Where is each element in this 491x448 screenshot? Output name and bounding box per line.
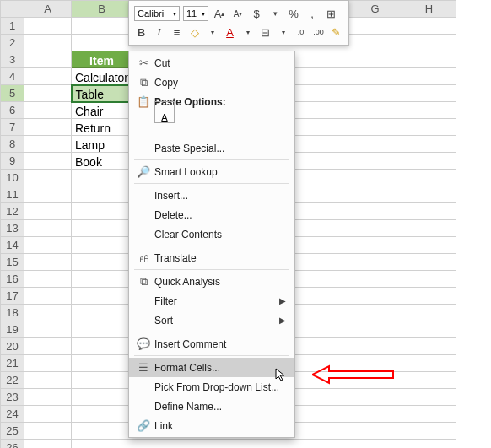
italic-button[interactable]: I	[152, 24, 166, 40]
font-color-button[interactable]: A	[223, 24, 237, 40]
svg-marker-0	[312, 366, 393, 383]
scissors-icon: ✂	[132, 57, 154, 69]
analysis-icon: ⧉	[132, 275, 154, 289]
row-header[interactable]: 3	[1, 51, 24, 68]
row-header[interactable]: 20	[1, 338, 24, 355]
row-header[interactable]: 9	[1, 153, 24, 170]
menu-define-name[interactable]: Define Name...	[129, 397, 294, 416]
fill-color-button[interactable]: ◇	[187, 24, 202, 40]
row-header[interactable]: 15	[1, 254, 24, 271]
currency-button[interactable]: $	[249, 6, 264, 21]
borders-button[interactable]: ⊞	[323, 6, 338, 21]
merge-button[interactable]: ⊟	[258, 24, 272, 40]
decrease-font-button[interactable]: A▾	[230, 6, 246, 21]
cursor-icon	[275, 368, 289, 385]
dropdown-icon[interactable]: ▾	[267, 6, 283, 21]
row-header[interactable]: 8	[1, 136, 24, 153]
separator	[134, 183, 289, 184]
row-header[interactable]: 23	[1, 389, 24, 406]
separator	[134, 332, 289, 332]
row-header[interactable]: 1	[1, 18, 24, 35]
row-header[interactable]: 22	[1, 372, 24, 389]
menu-quick-analysis[interactable]: ⧉Quick Analysis	[129, 272, 294, 291]
row-header[interactable]: 11	[1, 186, 24, 203]
menu-cut[interactable]: ✂Cut	[129, 53, 294, 73]
menu-link[interactable]: 🔗Link	[129, 416, 294, 435]
menu-translate[interactable]: 🗚Translate	[129, 248, 294, 267]
menu-clear-contents[interactable]: Clear Contents	[129, 224, 294, 244]
row-header[interactable]: 12	[1, 203, 24, 220]
col-header-B[interactable]: B	[72, 1, 132, 18]
menu-filter[interactable]: Filter▶	[129, 291, 294, 310]
format-icon: ☰	[132, 361, 154, 374]
search-icon: 🔎	[132, 165, 154, 178]
row-header[interactable]: 14	[1, 237, 24, 254]
col-header-G[interactable]: G	[348, 1, 402, 18]
clipboard-icon: 📋	[132, 95, 154, 108]
row-header[interactable]: 24	[1, 406, 24, 423]
paste-option-button[interactable]: A	[154, 101, 175, 123]
align-button[interactable]: ≡	[170, 24, 184, 40]
cell[interactable]: Return	[72, 119, 132, 136]
row-header[interactable]: 25	[1, 423, 24, 440]
menu-delete[interactable]: Delete...	[129, 205, 294, 224]
row-header[interactable]: 18	[1, 305, 24, 321]
row-header[interactable]: 21	[1, 355, 24, 372]
chevron-down-icon: ▾	[202, 10, 205, 18]
annotation-arrow-icon	[312, 364, 397, 385]
row-header[interactable]: 5	[1, 85, 24, 102]
submenu-arrow-icon: ▶	[279, 296, 286, 305]
row-header[interactable]: 4	[1, 68, 24, 85]
link-icon: 🔗	[132, 419, 154, 432]
row-header[interactable]: 6	[1, 102, 24, 119]
font-size-dropdown[interactable]: 11▾	[183, 6, 208, 21]
menu-sort[interactable]: Sort▶	[129, 310, 294, 330]
increase-font-button[interactable]: A▴	[212, 6, 227, 21]
mini-toolbar: Calibri▾ 11▾ A▴ A▾ $ ▾ % , ⊞ B I ≡ ◇ ▾ A…	[128, 0, 349, 46]
menu-copy[interactable]: ⧉Copy	[129, 73, 294, 92]
row-header[interactable]: 13	[1, 220, 24, 237]
row-header[interactable]: 17	[1, 288, 24, 305]
dropdown-icon[interactable]: ▾	[276, 24, 290, 40]
dropdown-icon[interactable]: ▾	[240, 24, 255, 40]
font-name-dropdown[interactable]: Calibri▾	[134, 6, 180, 21]
separator	[134, 159, 289, 160]
separator	[134, 355, 289, 356]
translate-icon: 🗚	[132, 251, 154, 264]
row-header[interactable]: 10	[1, 170, 24, 186]
decrease-decimal-button[interactable]: .0	[294, 24, 308, 40]
separator	[134, 246, 289, 246]
col-header-A[interactable]: A	[24, 1, 72, 18]
increase-decimal-button[interactable]: .00	[311, 24, 326, 40]
menu-insert[interactable]: Insert...	[129, 186, 294, 205]
dropdown-icon[interactable]: ▾	[205, 24, 219, 40]
menu-format-cells[interactable]: ☰Format Cells...	[129, 358, 294, 377]
menu-smart-lookup[interactable]: 🔎Smart Lookup	[129, 162, 294, 181]
menu-pick-from-list[interactable]: Pick From Drop-down List...	[129, 377, 294, 397]
cell[interactable]: Chair	[72, 102, 132, 119]
submenu-arrow-icon: ▶	[279, 316, 286, 325]
bold-button[interactable]: B	[134, 24, 148, 40]
comma-button[interactable]: ,	[305, 6, 320, 21]
row-header[interactable]: 26	[1, 440, 24, 449]
menu-paste-special[interactable]: Paste Special...	[129, 138, 294, 158]
row-header[interactable]: 2	[1, 35, 24, 51]
comment-icon: 💬	[132, 337, 154, 350]
selected-cell[interactable]: Table	[72, 85, 132, 102]
table-header-item[interactable]: Item	[72, 51, 132, 68]
menu-insert-comment[interactable]: 💬Insert Comment	[129, 334, 294, 354]
select-all-corner[interactable]	[1, 1, 24, 18]
row-header[interactable]: 19	[1, 321, 24, 338]
copy-icon: ⧉	[132, 76, 154, 89]
separator	[134, 269, 289, 270]
context-menu: ✂Cut ⧉Copy 📋Paste Options: Paste Special…	[128, 51, 295, 438]
cell[interactable]: Lamp	[72, 136, 132, 153]
row-header[interactable]: 7	[1, 119, 24, 136]
format-painter-button[interactable]: ✎	[329, 24, 343, 40]
chevron-down-icon: ▾	[173, 10, 176, 18]
cell[interactable]: Book	[72, 153, 132, 170]
row-header[interactable]: 16	[1, 271, 24, 288]
percent-button[interactable]: %	[286, 6, 301, 21]
cell[interactable]: Calculator	[72, 68, 132, 85]
col-header-H[interactable]: H	[402, 1, 456, 18]
